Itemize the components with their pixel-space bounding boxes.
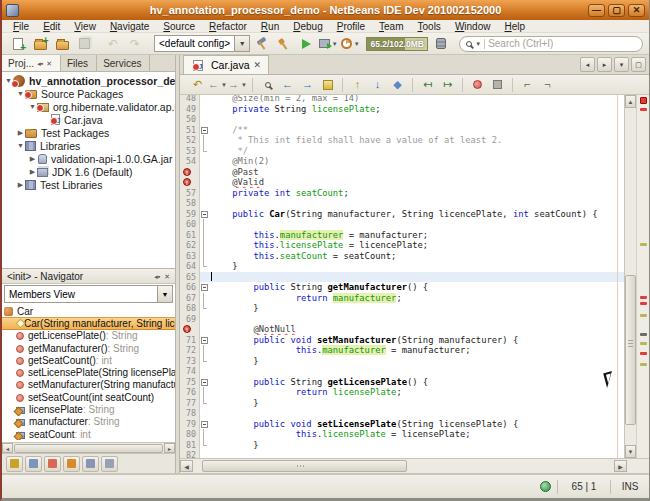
projects-tab-files[interactable]: Files xyxy=(61,55,97,71)
redo-button[interactable]: ↷ xyxy=(125,34,145,53)
back-button[interactable]: ←▼ xyxy=(208,76,227,93)
garbage-collect-button[interactable] xyxy=(433,36,449,52)
navigator-scroll-left-icon[interactable]: ◂ xyxy=(2,443,13,453)
forward-button[interactable]: →▼ xyxy=(228,76,247,93)
start-macro-recording-button[interactable] xyxy=(468,76,487,93)
run-project-button[interactable] xyxy=(296,34,316,53)
show-static-members-button[interactable] xyxy=(63,456,80,472)
navigator-item[interactable]: getManufacturer() : String xyxy=(2,342,175,354)
undo-button[interactable]: ↶ xyxy=(103,34,123,53)
tab-car-java[interactable]: Car.java ✕ xyxy=(183,55,269,74)
error-stripe-mark[interactable] xyxy=(640,296,647,299)
expand-open-icon[interactable]: ▼ xyxy=(16,142,25,149)
horizontal-scrollbar-thumb[interactable] xyxy=(202,460,407,472)
find-previous-button[interactable]: ← xyxy=(278,76,297,93)
navigator-scrollbar-thumb[interactable] xyxy=(14,444,163,453)
error-stripe[interactable] xyxy=(636,95,649,458)
tree-row[interactable]: ▶validation-api-1.0.0.GA.jar xyxy=(2,152,175,165)
tree-row[interactable]: ▶JDK 1.6 (Default) xyxy=(2,165,175,178)
menu-file[interactable]: File xyxy=(6,21,36,32)
navigator-item[interactable]: setManufacturer(String manufacturer xyxy=(2,379,175,391)
error-stripe-mark[interactable] xyxy=(640,342,647,345)
menu-navigate[interactable]: Navigate xyxy=(103,21,156,32)
navigator-minimize-icon[interactable]: ◂▪ xyxy=(154,273,160,280)
menu-tools[interactable]: Tools xyxy=(411,21,448,32)
tree-row[interactable]: ▼org.hibernate.validator.ap.dem xyxy=(2,100,175,113)
fold-s-icon[interactable] xyxy=(200,125,209,136)
navigator-item[interactable]: Car(String manufacturer, String licenc xyxy=(2,317,175,329)
navigator-item[interactable]: licensePlate : String xyxy=(2,403,175,415)
tree-row[interactable]: ▼Libraries xyxy=(2,139,175,152)
tree-row[interactable]: Car.java xyxy=(2,113,175,126)
navigator-view-combobox[interactable]: Members View ▼ xyxy=(4,285,173,303)
menu-profile[interactable]: Profile xyxy=(330,21,372,32)
expand-closed-icon[interactable]: ▶ xyxy=(16,181,25,188)
editor-horizontal-scrollbar[interactable]: ◀ ▶ xyxy=(180,458,649,473)
navigator-view-arrow-icon[interactable]: ▼ xyxy=(157,286,172,302)
save-all-button[interactable] xyxy=(74,34,94,53)
config-combobox[interactable]: <default config> ▼ xyxy=(154,35,250,52)
fold-s-icon[interactable] xyxy=(200,419,209,430)
navigator-item[interactable]: setSeatCount(int seatCount) xyxy=(2,391,175,403)
dropdown-icon[interactable]: ▼ xyxy=(241,82,247,88)
scroll-documents-left-button[interactable]: ◂ xyxy=(580,57,595,72)
navigator-members-list[interactable]: CarCar(String manufacturer, String licen… xyxy=(2,304,175,442)
scroll-up-icon[interactable]: ▲ xyxy=(625,95,636,108)
tree-row[interactable]: ▶Test Libraries xyxy=(2,178,175,191)
projects-tab-services[interactable]: Services xyxy=(97,55,150,71)
titlebar[interactable]: hv_annotation_processor_demo - NetBeans … xyxy=(2,0,649,20)
navigator-horizontal-scrollbar[interactable]: ◂ ▸ xyxy=(2,442,175,453)
navigator-item[interactable]: Car xyxy=(2,305,175,317)
last-edit-location-button[interactable]: ↶ xyxy=(188,76,207,93)
find-selection-button[interactable] xyxy=(258,76,277,93)
dropdown-icon[interactable]: ▼ xyxy=(221,82,227,88)
profile-project-button[interactable]: ▼ xyxy=(340,34,360,53)
close-button[interactable]: ✕ xyxy=(628,4,645,17)
error-stripe-mark[interactable] xyxy=(640,352,647,355)
navigator-item[interactable]: setLicensePlate(String licensePlate) xyxy=(2,366,175,378)
code-editor[interactable]: 48 @Size(min = 2, max = 14)49 private St… xyxy=(180,95,624,458)
toggle-bookmark-button[interactable]: ◆ xyxy=(388,76,407,93)
debug-project-button[interactable]: ▼ xyxy=(318,34,338,53)
scroll-right-icon[interactable]: ▶ xyxy=(614,460,627,472)
memory-meter[interactable]: 65.2/102.0MB xyxy=(366,37,428,51)
navigator-item[interactable]: getSeatCount() : int xyxy=(2,354,175,366)
menu-edit[interactable]: Edit xyxy=(36,21,67,32)
maximize-window-button[interactable]: ▢ xyxy=(631,57,646,72)
tree-row[interactable]: ▼hv_annotation_processor_dem xyxy=(2,74,175,87)
navigator-item[interactable]: seatCount : int xyxy=(2,428,175,440)
toggle-highlight-button[interactable] xyxy=(318,76,337,93)
stop-macro-recording-button[interactable] xyxy=(488,76,507,93)
show-non-public-members-button[interactable] xyxy=(82,456,99,472)
menu-view[interactable]: View xyxy=(67,21,103,32)
projects-tab-proj[interactable]: Proj...◂▪✕ xyxy=(2,55,61,71)
shift-line-left-button[interactable]: ↤ xyxy=(418,76,437,93)
maximize-button[interactable]: ▢ xyxy=(608,4,625,17)
navigator-item[interactable]: manufacturer : String xyxy=(2,416,175,428)
tab-close-icon[interactable]: ✕ xyxy=(254,60,262,70)
sort-by-source-button[interactable] xyxy=(101,456,118,472)
clean-build-project-button[interactable] xyxy=(274,34,294,53)
debug-dropdown-icon[interactable]: ▼ xyxy=(332,41,338,47)
menu-team[interactable]: Team xyxy=(372,21,410,32)
minimize-button[interactable]: — xyxy=(588,4,605,17)
expand-closed-icon[interactable]: ▶ xyxy=(16,129,25,136)
next-bookmark-button[interactable]: ↓ xyxy=(368,76,387,93)
error-stripe-mark[interactable] xyxy=(640,97,647,104)
expand-closed-icon[interactable]: ▶ xyxy=(28,155,37,162)
expand-closed-icon[interactable]: ▶ xyxy=(28,168,37,175)
shift-line-right-button[interactable]: ↦ xyxy=(438,76,457,93)
previous-bookmark-button[interactable]: ↑ xyxy=(348,76,367,93)
scroll-down-icon[interactable]: ▼ xyxy=(625,445,636,458)
status-notification-icon[interactable] xyxy=(540,481,551,492)
navigator-item[interactable]: getLicensePlate() : String xyxy=(2,330,175,342)
quick-search-input[interactable]: ▼ Search (Ctrl+I) xyxy=(459,36,643,52)
tree-row[interactable]: ▶Test Packages xyxy=(2,126,175,139)
search-dropdown-icon[interactable]: ▼ xyxy=(475,41,481,47)
navigator-close-icon[interactable]: ✕ xyxy=(164,273,170,280)
vertical-scrollbar-thumb[interactable] xyxy=(625,275,636,425)
menu-refactor[interactable]: Refactor xyxy=(202,21,254,32)
fold-s-icon[interactable] xyxy=(200,377,209,388)
menu-window[interactable]: Window xyxy=(448,21,498,32)
fold-s-icon[interactable] xyxy=(200,209,209,220)
